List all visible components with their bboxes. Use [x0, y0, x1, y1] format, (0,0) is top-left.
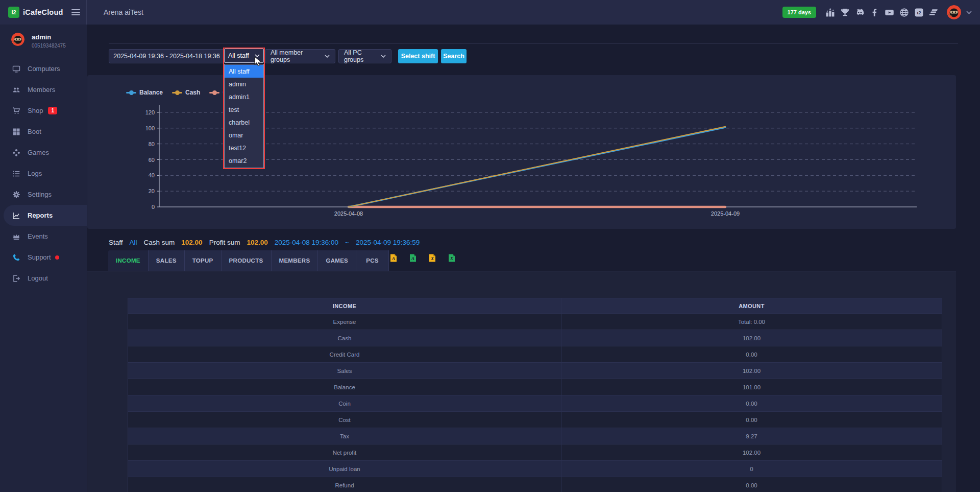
notification-dot: [55, 255, 59, 260]
member-groups-select[interactable]: All member groups: [265, 49, 335, 63]
select-shift-button[interactable]: Select shift: [398, 49, 438, 63]
staff-option-test[interactable]: test: [225, 103, 263, 116]
sidebar-item-logout[interactable]: Logout: [0, 268, 87, 289]
sidebar-item-support[interactable]: Support: [0, 247, 87, 268]
discord-icon[interactable]: [855, 8, 865, 17]
profit-sum-label: Profit sum: [209, 239, 240, 246]
income-cell: Tax: [128, 428, 561, 444]
chevron-down-icon[interactable]: [966, 11, 972, 14]
phone-icon: [12, 253, 21, 262]
chevron-down-icon: [255, 54, 260, 57]
sidebar-item-logs[interactable]: Logs: [0, 163, 87, 184]
sidebar-item-computers[interactable]: Computers: [0, 58, 87, 79]
tab-products[interactable]: PRODUCTS: [222, 250, 272, 271]
tab-members[interactable]: MEMBERS: [272, 250, 318, 271]
excel-green-icon[interactable]: X: [447, 253, 456, 263]
topbar-right: 177 days i2: [782, 5, 980, 19]
sidebar-item-label: Boot: [28, 128, 41, 135]
staff-option-test12[interactable]: test12: [225, 142, 263, 154]
sidebar-item-label: Games: [28, 149, 49, 156]
facebook-icon[interactable]: [870, 8, 879, 17]
page-title: Arena aiTest: [104, 8, 143, 16]
table-row: Unpaid loan0: [128, 461, 942, 477]
sidebar-item-settings[interactable]: Settings: [0, 184, 87, 205]
search-button[interactable]: Search: [441, 49, 467, 63]
staff-option-all-staff[interactable]: All staff: [225, 65, 263, 78]
youtube-icon[interactable]: [885, 8, 894, 17]
svg-text:X: X: [450, 256, 454, 261]
sidebar-item-label: Logout: [28, 274, 48, 282]
table-row: Net profit102.00: [128, 444, 942, 461]
amount-cell: 0.00: [561, 477, 942, 492]
pdf-yellow-icon[interactable]: A: [389, 253, 398, 263]
staff-option-admin[interactable]: admin: [225, 78, 263, 90]
logout-icon: [12, 274, 21, 283]
report-tabs: INCOMESALESTOPUPPRODUCTSMEMBERSGAMESPCS: [108, 250, 389, 271]
income-cell: Unpaid loan: [128, 461, 561, 477]
topbar: i2 iCafeCloud Arena aiTest 177 days i2: [0, 0, 980, 25]
sidebar-user[interactable]: admin 005193482475: [11, 33, 66, 49]
chevron-down-icon: [381, 55, 386, 58]
svg-text:0: 0: [152, 204, 155, 210]
sidebar-item-shop[interactable]: Shop1: [0, 100, 87, 121]
staff-options-list: All staffadminadmin1testcharbelomartest1…: [224, 64, 264, 168]
pdf-green-icon[interactable]: A: [408, 253, 418, 263]
brand-area: i2 iCafeCloud: [0, 0, 87, 25]
amount-cell: 0.00: [561, 412, 942, 428]
svg-text:X: X: [430, 256, 434, 261]
amount-cell: Total: 0.00: [561, 314, 942, 330]
cash-sum-value: 102.00: [181, 239, 202, 246]
sidebar-item-boot[interactable]: Boot: [0, 121, 87, 142]
tab-income[interactable]: INCOME: [108, 250, 149, 271]
leaderboard-icon[interactable]: [825, 8, 835, 17]
excel-yellow-icon[interactable]: X: [428, 253, 437, 263]
tab-pcs[interactable]: PCS: [356, 250, 389, 271]
tab-games[interactable]: GAMES: [318, 250, 356, 271]
amount-cell: 102.00: [561, 444, 942, 460]
tab-sales[interactable]: SALES: [149, 250, 185, 271]
topbar-icons: i2: [825, 8, 939, 17]
staff-select[interactable]: All staff: [224, 49, 264, 63]
trophy-icon[interactable]: [840, 8, 850, 17]
staff-option-charbel[interactable]: charbel: [225, 116, 263, 129]
amount-cell: 101.00: [561, 379, 942, 395]
table-row: Credit Card0.00: [128, 346, 942, 363]
staff-option-admin1[interactable]: admin1: [225, 90, 263, 103]
app: i2 iCafeCloud Arena aiTest 177 days i2 a…: [0, 0, 980, 492]
sidebar-item-events[interactable]: Events: [0, 226, 87, 247]
staff-dropdown: All staff All staffadminadmin1testcharbe…: [223, 48, 265, 169]
icafe-icon[interactable]: i2: [914, 8, 924, 17]
shop-count-badge: 1: [48, 107, 57, 114]
pc-groups-select[interactable]: All PC groups: [338, 49, 391, 63]
staff-option-omar2[interactable]: omar2: [225, 154, 263, 167]
sidebar-item-games[interactable]: Games: [0, 142, 87, 163]
income-table: INCOMEAMOUNTExpenseTotal: 0.00Cash102.00…: [128, 298, 942, 492]
user-avatar[interactable]: [947, 5, 961, 19]
sidebar-item-label: Members: [28, 86, 55, 93]
sidebar-item-reports[interactable]: Reports: [4, 205, 87, 226]
license-days-badge[interactable]: 177 days: [782, 7, 816, 18]
income-cell: Net profit: [128, 444, 561, 460]
income-cell: Refund: [128, 477, 561, 492]
layers-icon[interactable]: [929, 8, 939, 17]
sidebar-item-label: Computers: [28, 65, 60, 73]
date-range-input[interactable]: 2025-04-09 19:36 - 2025-04-18 19:36: [109, 49, 225, 63]
svg-text:2025-04-08: 2025-04-08: [334, 210, 363, 217]
sidebar-item-members[interactable]: Members: [0, 79, 87, 100]
divider: [109, 43, 958, 43]
globe-icon[interactable]: [899, 8, 909, 17]
sidebar-item-label: Logs: [28, 170, 42, 177]
export-icons: AAXX: [389, 253, 456, 263]
svg-text:40: 40: [149, 172, 155, 178]
tab-topup[interactable]: TOPUP: [185, 250, 222, 271]
svg-text:100: 100: [145, 125, 155, 131]
svg-text:20: 20: [149, 188, 155, 194]
amount-cell: 0.00: [561, 395, 942, 411]
sidebar-item-label: Shop: [28, 107, 43, 114]
staff-option-omar[interactable]: omar: [225, 129, 263, 142]
income-cell: Cost: [128, 412, 561, 428]
hamburger-menu-icon[interactable]: [71, 9, 80, 15]
table-row: Tax9.27: [128, 428, 942, 444]
staff-label: Staff: [109, 239, 123, 246]
table-row: Balance101.00: [128, 379, 942, 395]
